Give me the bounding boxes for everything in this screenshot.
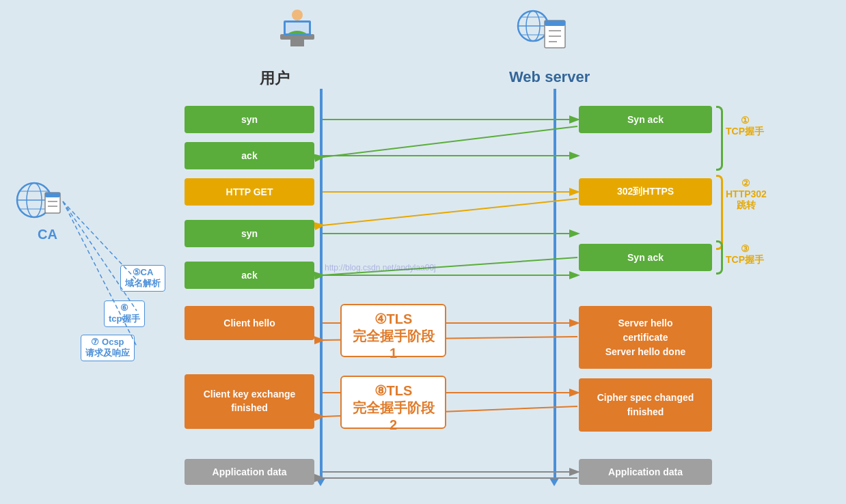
box-appdata-server: Application data bbox=[579, 459, 712, 485]
box-clientkeyexchange: Client key exchangefinished bbox=[185, 374, 314, 429]
box-synack2: Syn ack bbox=[579, 244, 712, 271]
box-serverhello: Server hellocertificateServer hello done bbox=[579, 306, 712, 369]
tls-box-2: ⑧TLS完全握手阶段2 bbox=[340, 376, 446, 429]
tls-box-1: ④TLS完全握手阶段1 bbox=[340, 304, 446, 357]
box-httpget: HTTP GET bbox=[185, 178, 314, 206]
box-cipherspec: Cipher spec changedfinished bbox=[579, 378, 712, 432]
webserver-label: Web server bbox=[509, 68, 590, 86]
box-clienthello: Client hello bbox=[185, 306, 314, 340]
server-timeline bbox=[554, 89, 556, 478]
watermark: http://blog.csdn.net/andylaa00j bbox=[325, 263, 436, 272]
box-302: 302到HTTPS bbox=[579, 178, 712, 206]
svg-line-25 bbox=[323, 126, 577, 157]
svg-rect-21 bbox=[45, 193, 60, 197]
annotation-http302: ②HTTP302跳转 bbox=[726, 178, 767, 212]
annotation-tcp-handshake: ⑥tcp握手 bbox=[104, 300, 145, 327]
ca-label: CA bbox=[38, 227, 57, 242]
server-timeline-arrow bbox=[549, 478, 559, 486]
bracket-tcp2 bbox=[716, 240, 723, 275]
client-timeline-arrow bbox=[316, 478, 325, 486]
box-syn1: syn bbox=[185, 106, 314, 133]
box-syn2: syn bbox=[185, 220, 314, 247]
svg-line-39 bbox=[63, 201, 137, 311]
box-synack1: Syn ack bbox=[579, 106, 712, 133]
svg-point-4 bbox=[292, 10, 303, 20]
bracket-tcp1 bbox=[716, 106, 723, 171]
svg-line-28 bbox=[323, 199, 577, 225]
annotation-ca-domain: ⑤CA域名解析 bbox=[120, 265, 165, 292]
client-timeline bbox=[320, 89, 323, 478]
annotation-tcp1: ①TCP握手 bbox=[726, 115, 764, 138]
server-icon bbox=[516, 7, 571, 66]
svg-rect-1 bbox=[290, 40, 304, 46]
box-appdata-client: Application data bbox=[185, 459, 314, 485]
bracket-http302 bbox=[716, 175, 723, 250]
user-icon bbox=[273, 7, 321, 66]
svg-rect-11 bbox=[545, 20, 565, 26]
svg-line-30 bbox=[323, 257, 577, 275]
annotation-tcp2: ③TCP握手 bbox=[726, 243, 764, 266]
diagram: 用户 Web server syn ack HTTP GET syn ack C… bbox=[0, 0, 846, 504]
box-ack1: ack bbox=[185, 142, 314, 169]
annotation-ocsp: ⑦ Ocsp请求及响应 bbox=[81, 335, 135, 361]
user-label: 用户 bbox=[260, 68, 290, 89]
box-ack2: ack bbox=[185, 262, 314, 289]
ca-icon bbox=[15, 178, 63, 228]
